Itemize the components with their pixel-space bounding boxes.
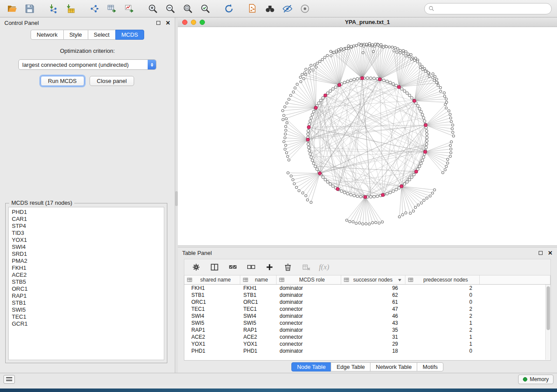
col-name[interactable]: name (240, 275, 276, 284)
table-row[interactable]: YOX1YOX1connector291 (184, 340, 550, 347)
mcds-result-item[interactable]: CAR1 (9, 216, 164, 223)
close-panel-button[interactable]: Close panel (90, 76, 135, 86)
tab-edge-table[interactable]: Edge Table (331, 362, 370, 371)
import-network-button[interactable] (46, 2, 60, 15)
tab-node-table[interactable]: Node Table (291, 362, 332, 371)
table-row[interactable]: FKH1FKH1dominator962 (184, 284, 550, 292)
mcds-result-item[interactable]: SWI5 (9, 306, 164, 313)
minimize-window-icon[interactable] (191, 20, 196, 25)
zoom-in-button[interactable] (146, 2, 160, 15)
task-history-button[interactable] (3, 375, 15, 384)
export-group (87, 2, 136, 15)
zoom-selected-button[interactable] (198, 2, 212, 15)
mcds-result-item[interactable]: FKH1 (9, 265, 164, 272)
import-table-button[interactable] (64, 2, 78, 15)
mcds-result-item[interactable]: ORC1 (9, 285, 164, 292)
mcds-result-item[interactable]: STB5 (9, 279, 164, 285)
table-row[interactable]: SWI5SWI5connector431 (184, 320, 550, 327)
table-row[interactable]: RAP1RAP1dominator352 (184, 327, 550, 334)
eye-slash-icon (282, 3, 293, 14)
network-canvas[interactable] (178, 27, 557, 245)
mcds-result-item[interactable]: PMA2 (9, 258, 164, 265)
delete-column-button[interactable] (282, 261, 294, 273)
table-row[interactable]: TEC1TEC1connector472 (184, 306, 550, 313)
close-table-panel-icon[interactable]: ✕ (548, 250, 553, 256)
network-title: YPA_prune.txt_1 (345, 19, 390, 25)
run-mcds-button[interactable]: Run MCDS (41, 76, 84, 86)
mcds-result-item[interactable]: ACE2 (9, 272, 164, 279)
table-settings-button[interactable] (190, 261, 202, 273)
table-row[interactable]: ORC1ORC1dominator610 (184, 299, 550, 306)
mcds-tab-content: Optimization criterion: largest connecte… (0, 40, 175, 86)
table-row[interactable]: PHD1PHD1dominator180 (184, 347, 550, 354)
status-bar: Memory (0, 373, 557, 385)
tab-select[interactable]: Select (88, 30, 116, 40)
import-table-icon (66, 3, 76, 14)
toolbar-search[interactable] (424, 3, 552, 14)
mcds-result-item[interactable]: SRD1 (9, 251, 164, 258)
node-table-body: FKH1FKH1dominator962STB1STB1dominator620… (184, 284, 550, 354)
mcds-result-item[interactable]: SWI4 (9, 244, 164, 251)
export-network-button[interactable] (87, 2, 101, 15)
control-panel-tabs: Network Style Select MCDS (0, 30, 175, 40)
deselect-all-button[interactable] (246, 261, 257, 273)
table-row[interactable]: STB1STB1dominator620 (184, 292, 550, 299)
select-all-button[interactable] (227, 261, 239, 273)
mcds-result-item[interactable]: TEC1 (9, 313, 164, 320)
create-column-button[interactable] (264, 261, 275, 273)
clone-network-button[interactable] (246, 2, 259, 15)
float-table-panel-icon[interactable] (539, 251, 543, 255)
open-file-button[interactable] (5, 2, 19, 15)
show-graphics-button[interactable] (298, 2, 312, 15)
search-input[interactable] (437, 6, 547, 12)
table-scrollbar-thumb[interactable] (547, 286, 550, 330)
file-group (5, 2, 37, 15)
close-panel-icon[interactable]: ✕ (166, 20, 170, 26)
float-panel-icon[interactable] (156, 21, 160, 25)
memory-button[interactable]: Memory (518, 375, 554, 384)
main-toolbar (0, 0, 557, 17)
delete-table-icon (302, 263, 311, 272)
tab-network-table[interactable]: Network Table (370, 362, 417, 371)
export-table-icon (107, 3, 117, 14)
criterion-dropdown[interactable]: largest connected component (undirected) (18, 59, 156, 70)
search-network-button[interactable] (263, 2, 277, 15)
deselect-all-icon (247, 263, 256, 272)
export-table-button[interactable] (105, 2, 119, 15)
mcds-result-item[interactable]: YOX1 (9, 237, 164, 244)
show-columns-button[interactable] (209, 261, 220, 273)
export-image-button[interactable] (122, 2, 136, 15)
traffic-lights (182, 20, 205, 25)
col-shared-name[interactable]: shared name (184, 275, 240, 284)
hide-graphics-button[interactable] (280, 2, 294, 15)
tab-motifs[interactable]: Motifs (417, 362, 443, 371)
zoom-out-button[interactable] (163, 2, 177, 15)
table-row[interactable]: ACE2ACE2connector311 (184, 334, 550, 340)
mcds-result-item[interactable]: GCR1 (9, 320, 164, 327)
mcds-result-item[interactable]: STP4 (9, 223, 164, 230)
sort-chevron-icon[interactable] (397, 277, 402, 282)
mcds-result-item[interactable]: STB1 (9, 299, 164, 306)
close-window-icon[interactable] (182, 20, 187, 25)
zoom-fit-button[interactable] (181, 2, 195, 15)
mcds-result-item[interactable]: RAP1 (9, 292, 164, 299)
maximize-window-icon[interactable] (200, 20, 205, 25)
mcds-result-item[interactable]: PHD1 (9, 209, 164, 216)
network-titlebar[interactable]: YPA_prune.txt_1 (178, 17, 557, 27)
table-panel-header: Table Panel ✕ (178, 248, 557, 258)
col-successor-nodes[interactable]: successor nodes (341, 275, 405, 284)
table-scrollbar[interactable] (545, 285, 550, 360)
mcds-result-list[interactable]: PHD1CAR1STP4TID3YOX1SWI4SRD1PMA2FKH1ACE2… (8, 207, 164, 360)
control-panel-header: Control Panel ✕ (0, 17, 175, 28)
mcds-result-item[interactable]: TID3 (9, 230, 164, 237)
tab-mcds[interactable]: MCDS (115, 30, 144, 40)
col-mcds-role[interactable]: MCDS role (276, 275, 341, 284)
save-session-button[interactable] (23, 2, 37, 15)
tab-network[interactable]: Network (31, 30, 64, 40)
tab-style[interactable]: Style (63, 30, 88, 40)
zoom-group (146, 2, 212, 15)
col-predecessor-nodes[interactable]: predecessor nodes (405, 275, 479, 284)
apply-layout-button[interactable] (222, 2, 236, 15)
table-row[interactable]: SWI4SWI4dominator462 (184, 313, 550, 320)
right-area: YPA_prune.txt_1 Table Panel ✕ (178, 17, 557, 373)
